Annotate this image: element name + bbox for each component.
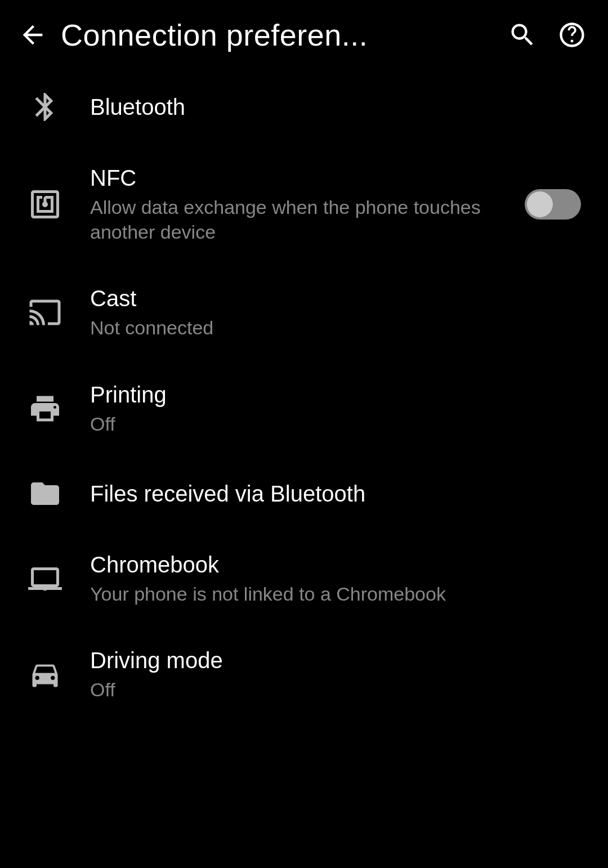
chromebook-content: Chromebook Your phone is not linked to a… [90,551,581,606]
nfc-toggle[interactable] [525,189,581,220]
printing-content: Printing Off [90,381,581,436]
nfc-title: NFC [90,164,511,191]
driving-mode-content: Driving mode Off [90,647,581,702]
settings-item-chromebook[interactable]: Chromebook Your phone is not linked to a… [0,531,608,627]
nfc-content: NFC Allow data exchange when the phone t… [90,164,511,244]
printing-icon [23,392,68,426]
cast-icon [23,296,68,329]
cast-title: Cast [90,285,581,312]
folder-icon [23,477,68,511]
cast-subtitle: Not connected [90,315,581,340]
bluetooth-content: Bluetooth [90,93,581,120]
printing-subtitle: Off [90,411,581,436]
search-button[interactable] [504,17,540,53]
nfc-toggle-container [525,189,581,220]
cast-content: Cast Not connected [90,285,581,340]
driving-mode-title: Driving mode [90,647,581,674]
nfc-subtitle: Allow data exchange when the phone touch… [90,195,511,244]
bluetooth-title: Bluetooth [90,93,581,120]
settings-list: Bluetooth NFC Allow data exchange when t… [0,70,608,722]
svg-rect-0 [39,585,51,587]
files-bluetooth-title: Files received via Bluetooth [90,480,581,507]
driving-mode-subtitle: Off [90,677,581,702]
nfc-toggle-slider [525,189,581,220]
nfc-icon [23,187,68,221]
settings-item-cast[interactable]: Cast Not connected [0,265,608,360]
page-title: Connection preferen... [61,17,495,52]
chromebook-title: Chromebook [90,551,581,578]
files-bluetooth-content: Files received via Bluetooth [90,480,581,507]
settings-item-driving-mode[interactable]: Driving mode Off [0,627,608,722]
printing-title: Printing [90,381,581,408]
help-button[interactable] [554,17,590,53]
header: Connection preferen... [0,0,608,70]
chromebook-subtitle: Your phone is not linked to a Chromebook [90,581,581,606]
settings-item-files-bluetooth[interactable]: Files received via Bluetooth [0,457,608,531]
settings-item-printing[interactable]: Printing Off [0,361,608,457]
chromebook-icon [23,562,68,596]
settings-item-bluetooth[interactable]: Bluetooth [0,70,608,144]
bluetooth-icon [23,90,68,124]
car-icon [23,657,68,691]
back-button[interactable] [14,16,52,54]
header-actions [504,17,590,53]
settings-item-nfc[interactable]: NFC Allow data exchange when the phone t… [0,144,608,265]
